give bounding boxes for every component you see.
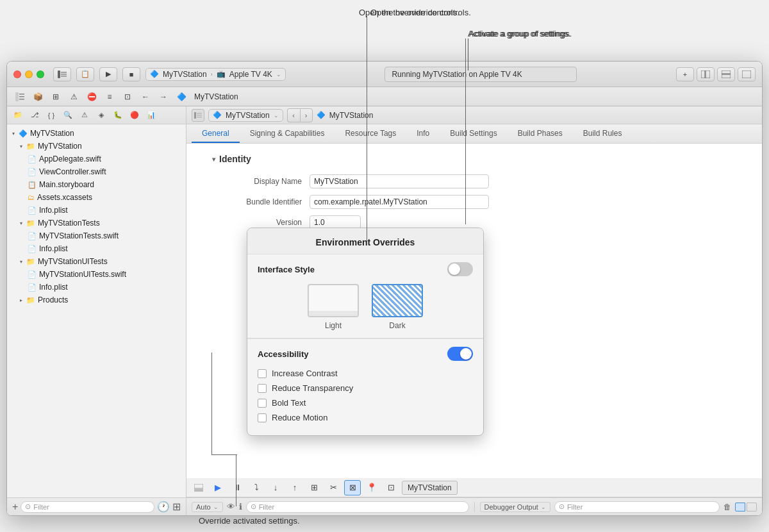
- project-scheme-selector[interactable]: 🔷 MyTVStation ⌄: [208, 109, 283, 122]
- close-button[interactable]: [13, 71, 21, 78]
- sort-btn[interactable]: ⊞: [172, 501, 181, 513]
- auto-label: Auto: [196, 503, 211, 511]
- warning-btn[interactable]: ⚠: [66, 90, 81, 104]
- debugger-output-selector[interactable]: Debugger Output ⌄: [480, 502, 550, 512]
- tree-item-assets[interactable]: 🗂 Assets.xcassets: [7, 191, 186, 204]
- back-nav-btn[interactable]: ‹: [287, 108, 300, 122]
- trash-icon[interactable]: 🗑: [724, 503, 731, 511]
- step-out-btn[interactable]: ↑: [286, 480, 303, 495]
- sidebar-toggle-btn[interactable]: [192, 109, 204, 122]
- tab-general[interactable]: General: [192, 124, 240, 143]
- add-file-btn[interactable]: ⊞: [48, 90, 63, 104]
- debug-nav-btn[interactable]: 🐛: [111, 109, 125, 122]
- tree-item-storyboard[interactable]: 📋 Main.storyboard: [7, 178, 186, 191]
- step-into-btn[interactable]: ↓: [267, 480, 284, 495]
- tab-build-rules[interactable]: Build Rules: [573, 124, 633, 143]
- display-name-input[interactable]: [310, 174, 489, 188]
- forward-nav-btn[interactable]: ›: [300, 108, 313, 122]
- dark-option[interactable]: Dark: [372, 284, 423, 330]
- reduce-motion-checkbox[interactable]: [258, 413, 267, 422]
- run-button[interactable]: ▶: [99, 67, 117, 81]
- increase-contrast-checkbox[interactable]: [258, 369, 267, 378]
- tree-item-tests-swift[interactable]: 📄 MyTVStationTests.swift: [7, 229, 186, 242]
- debug-memory-btn[interactable]: ✂: [325, 480, 342, 495]
- issues-nav-btn[interactable]: ⚠: [78, 109, 92, 122]
- minimize-button[interactable]: [25, 71, 33, 78]
- dark-preview: [372, 284, 423, 317]
- tab-info[interactable]: Info: [406, 124, 440, 143]
- search-nav-btn[interactable]: 🔍: [61, 109, 75, 122]
- identity-section-header: ▾ Identity: [212, 154, 736, 164]
- continue-btn[interactable]: ▶: [210, 480, 226, 495]
- forward-btn[interactable]: →: [156, 90, 171, 104]
- accessibility-toggle[interactable]: [447, 347, 473, 361]
- info-icon[interactable]: ℹ: [239, 502, 242, 511]
- tree-item-appdelegate[interactable]: 📄 AppDelegate.swift: [7, 153, 186, 165]
- sidebar-filter[interactable]: ⊙ Filter: [21, 501, 154, 513]
- right-filter[interactable]: ⊙ Filter: [554, 501, 720, 513]
- recent-files-btn[interactable]: 🕐: [157, 501, 170, 513]
- tab-resource-tags[interactable]: Resource Tags: [335, 124, 406, 143]
- list-view-btn[interactable]: ≡: [102, 90, 117, 104]
- identity-disclosure[interactable]: ▾: [212, 156, 215, 163]
- source-control-btn[interactable]: ⎇: [28, 109, 42, 122]
- symbol-nav-btn[interactable]: { }: [44, 109, 58, 122]
- editor-layout-2[interactable]: [717, 67, 735, 81]
- scheme-selector[interactable]: 🔷 MyTVStation › 📺 Apple TV 4K ⌄: [145, 68, 286, 81]
- fullscreen-button[interactable]: [37, 71, 44, 78]
- tree-item-viewcontroller[interactable]: 📄 ViewController.swift: [7, 165, 186, 178]
- stop-button[interactable]: ■: [122, 67, 140, 81]
- breakpoints-btn[interactable]: 🔴: [128, 109, 142, 122]
- back-btn[interactable]: ←: [138, 90, 153, 104]
- tree-item-products[interactable]: ▸ 📁 Products: [7, 294, 186, 306]
- report-nav-btn[interactable]: 📊: [144, 109, 158, 122]
- tree-item-uitests-swift[interactable]: 📄 MyTVStationUITests.swift: [7, 268, 186, 281]
- tree-item-uitests-plist[interactable]: 📄 Info.plist: [7, 281, 186, 294]
- display-name-label: Display Name: [212, 177, 302, 186]
- auto-selector[interactable]: Auto ⌄: [192, 502, 223, 512]
- interface-style-toggle[interactable]: [447, 262, 473, 276]
- bold-text-label: Bold Text: [272, 398, 306, 408]
- tree-item-mytvstation-group[interactable]: ▾ 📁 MyTVStation: [7, 140, 186, 153]
- grid-view-btn[interactable]: ⊡: [120, 90, 135, 104]
- left-filter[interactable]: ⊙ Filter: [246, 501, 469, 513]
- search-btn[interactable]: 🔷: [174, 90, 189, 104]
- tree-item-tests-plist[interactable]: 📄 Info.plist: [7, 242, 186, 255]
- light-option[interactable]: Light: [308, 284, 359, 330]
- test-nav-btn[interactable]: ◈: [94, 109, 108, 122]
- split-layout-btn2[interactable]: [747, 503, 757, 511]
- tree-item-info-plist[interactable]: 📄 Info.plist: [7, 204, 186, 217]
- svg-rect-3: [61, 76, 67, 77]
- simulate-location-btn[interactable]: 📍: [363, 480, 380, 495]
- add-file-btn[interactable]: +: [12, 501, 18, 513]
- eye-icon[interactable]: 👁: [227, 502, 235, 511]
- debug-layout-btn[interactable]: ⊞: [306, 480, 322, 495]
- reduce-transparency-checkbox[interactable]: [258, 384, 267, 393]
- tree-item-tests-group[interactable]: ▾ 📁 MyTVStationTests: [7, 217, 186, 229]
- debug-hide-btn[interactable]: [190, 480, 207, 495]
- pause-btn[interactable]: ⏸: [229, 480, 245, 495]
- navigator-toggle[interactable]: [53, 67, 71, 81]
- folder-nav-btn[interactable]: 📁: [11, 109, 25, 122]
- editor-layout-3[interactable]: [738, 67, 756, 81]
- tab-build-phases[interactable]: Build Phases: [508, 124, 573, 143]
- hide-navigator-btn[interactable]: [12, 90, 28, 104]
- tab-signing[interactable]: Signing & Capabilities: [240, 124, 335, 143]
- env-vars-btn[interactable]: ⊡: [383, 480, 399, 495]
- filter-circle-icon: ⊙: [251, 503, 256, 511]
- split-layout-btn1[interactable]: [735, 503, 745, 511]
- error-btn[interactable]: ⛔: [84, 90, 99, 104]
- inspector-toggle[interactable]: 📋: [76, 67, 94, 81]
- svg-rect-1: [61, 72, 67, 73]
- bundle-id-input[interactable]: [310, 195, 489, 209]
- env-overrides-btn[interactable]: ⊠: [344, 480, 361, 495]
- add-editor-button[interactable]: +: [676, 67, 694, 81]
- bold-text-checkbox[interactable]: [258, 399, 267, 408]
- step-over-btn[interactable]: ⤵: [248, 480, 265, 495]
- library-btn[interactable]: 📦: [30, 90, 45, 104]
- tree-item-uitests-group[interactable]: ▾ 📁 MyTVStationUITests: [7, 255, 186, 268]
- tree-item-root[interactable]: ▾ 🔷 MyTVStation: [7, 127, 186, 140]
- editor-layout-1[interactable]: [697, 67, 715, 81]
- tab-build-settings[interactable]: Build Settings: [440, 124, 507, 143]
- traffic-lights: [13, 71, 44, 78]
